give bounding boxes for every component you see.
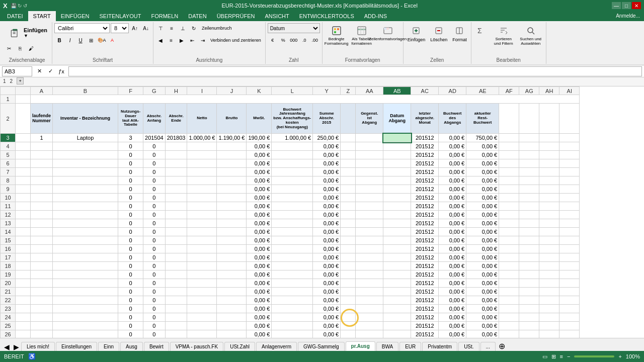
cell-l18[interactable] <box>272 262 313 270</box>
cell-a10[interactable] <box>31 194 53 202</box>
cell-k26[interactable]: 0,00 € <box>247 330 272 338</box>
cell-i24[interactable] <box>187 313 217 322</box>
cell-l5[interactable] <box>272 151 313 159</box>
cell-i23[interactable] <box>187 305 217 313</box>
cell-f15[interactable]: 0 <box>118 236 143 245</box>
cell-j7[interactable] <box>217 168 247 176</box>
header-z[interactable] <box>341 104 356 134</box>
col-header-h[interactable]: H <box>165 87 187 95</box>
cell-ac6[interactable]: 201512 <box>411 159 439 168</box>
cell-j25[interactable] <box>217 322 247 330</box>
cell-aa26[interactable] <box>356 330 383 338</box>
cell-h19[interactable] <box>165 270 187 279</box>
cell-i9[interactable] <box>187 185 217 194</box>
cell-ab26[interactable] <box>383 330 411 338</box>
cell-ae22[interactable]: 0,00 € <box>466 296 499 305</box>
zeilenumbruch-button[interactable]: Zeilenumbruch <box>200 25 234 32</box>
cell-j5[interactable] <box>217 151 247 159</box>
format-uebertragen-button[interactable]: 🖌 <box>26 43 36 53</box>
cell-ai8[interactable] <box>559 176 580 185</box>
cell-i14[interactable] <box>187 228 217 236</box>
cell-h15[interactable] <box>165 236 187 245</box>
cell-h26[interactable] <box>165 330 187 338</box>
cell-j21[interactable] <box>217 288 247 296</box>
text-direction-button[interactable]: ↻ <box>189 23 199 33</box>
cell-ag12[interactable] <box>519 211 539 219</box>
cell-f10[interactable]: 0 <box>118 194 143 202</box>
cell-ad26[interactable]: 0,00 € <box>439 330 466 338</box>
cell-ag15[interactable] <box>519 236 539 245</box>
cell-k25[interactable]: 0,00 € <box>247 322 272 330</box>
cell-k9[interactable]: 0,00 € <box>247 185 272 194</box>
cell-ad7[interactable]: 0,00 € <box>439 168 466 176</box>
cell-a9[interactable] <box>31 185 53 194</box>
cell-l11[interactable] <box>272 202 313 211</box>
cell-k20[interactable]: 0,00 € <box>247 279 272 288</box>
cell-aa24[interactable] <box>356 313 383 322</box>
fill-color-button[interactable]: 🎨A <box>97 35 107 45</box>
cell-af11[interactable] <box>499 202 519 211</box>
font-increase-button[interactable]: A↑ <box>130 23 140 33</box>
cell-i12[interactable] <box>187 211 217 219</box>
cell-b18[interactable] <box>53 262 118 270</box>
cell-f17[interactable]: 0 <box>118 253 143 262</box>
cell-af19[interactable] <box>499 270 519 279</box>
cell-h21[interactable] <box>165 288 187 296</box>
cell-a5[interactable] <box>31 151 53 159</box>
close-button[interactable]: ✕ <box>632 2 641 9</box>
row-group-level2[interactable]: 2 <box>8 77 15 85</box>
cell-k14[interactable]: 0,00 € <box>247 228 272 236</box>
cell-i19[interactable] <box>187 270 217 279</box>
cell-ac18[interactable]: 201512 <box>411 262 439 270</box>
cell-ac4[interactable]: 201512 <box>411 142 439 151</box>
cell-f6[interactable]: 0 <box>118 159 143 168</box>
cell-ad20[interactable]: 0,00 € <box>439 279 466 288</box>
maximize-button[interactable]: □ <box>622 2 631 9</box>
cell-ac25[interactable]: 201512 <box>411 322 439 330</box>
cell-ae15[interactable]: 0,00 € <box>466 236 499 245</box>
cell-ac3[interactable]: 201512 <box>411 134 439 142</box>
cell-h7[interactable] <box>165 168 187 176</box>
next-sheet-button[interactable]: ▶ <box>12 343 21 351</box>
cell-a16[interactable] <box>31 245 53 253</box>
cell-ab10[interactable] <box>383 194 411 202</box>
cell-aa14[interactable] <box>356 228 383 236</box>
cell-l7[interactable] <box>272 168 313 176</box>
decimal-decrease-button[interactable]: .00 <box>310 35 320 45</box>
cell-f13[interactable]: 0 <box>118 219 143 228</box>
cell-y15[interactable]: 0,00 € <box>313 236 341 245</box>
header-y[interactable]: SummeAbschr.2015 <box>313 104 341 134</box>
cell-aa15[interactable] <box>356 236 383 245</box>
bedingte-formatierung-button[interactable]: Bedingte Formatierung <box>325 23 349 48</box>
cell-j15[interactable] <box>217 236 247 245</box>
cell-f19[interactable]: 0 <box>118 270 143 279</box>
suchen-button[interactable]: Suchen und Auswählen <box>518 23 544 48</box>
align-center-button[interactable]: ≡ <box>166 35 176 45</box>
cell-y3[interactable]: 250,00 € <box>313 134 341 142</box>
align-middle-button[interactable]: ≡ <box>167 23 177 33</box>
cell-ah3[interactable] <box>539 134 559 142</box>
cell-z15[interactable] <box>341 236 356 245</box>
cell-ac21[interactable]: 201512 <box>411 288 439 296</box>
cell-ai24[interactable] <box>559 313 580 322</box>
cell-af10[interactable] <box>499 194 519 202</box>
cell-ad14[interactable]: 0,00 € <box>439 228 466 236</box>
cell-f7[interactable]: 0 <box>118 168 143 176</box>
cell-a11[interactable] <box>31 202 53 211</box>
cell-l22[interactable] <box>272 296 313 305</box>
add-sheet-button[interactable]: ⊕ <box>497 341 507 351</box>
cell-ae17[interactable]: 0,00 € <box>466 253 499 262</box>
cell-b20[interactable] <box>53 279 118 288</box>
cell-af16[interactable] <box>499 245 519 253</box>
cell-ai6[interactable] <box>559 159 580 168</box>
cell-ag19[interactable] <box>519 270 539 279</box>
cell-ai23[interactable] <box>559 305 580 313</box>
tab-einfuegen[interactable]: EINFÜGEN <box>56 11 95 21</box>
als-tabelle-button[interactable]: Als Tabelle formatieren <box>350 23 374 48</box>
cell-ac24[interactable]: 201512 <box>411 313 439 322</box>
sortieren-button[interactable]: Sortieren und Filtern <box>491 23 517 48</box>
cell-af21[interactable] <box>499 288 519 296</box>
cell-af8[interactable] <box>499 176 519 185</box>
cell-ad9[interactable]: 0,00 € <box>439 185 466 194</box>
cell-b9[interactable] <box>53 185 118 194</box>
